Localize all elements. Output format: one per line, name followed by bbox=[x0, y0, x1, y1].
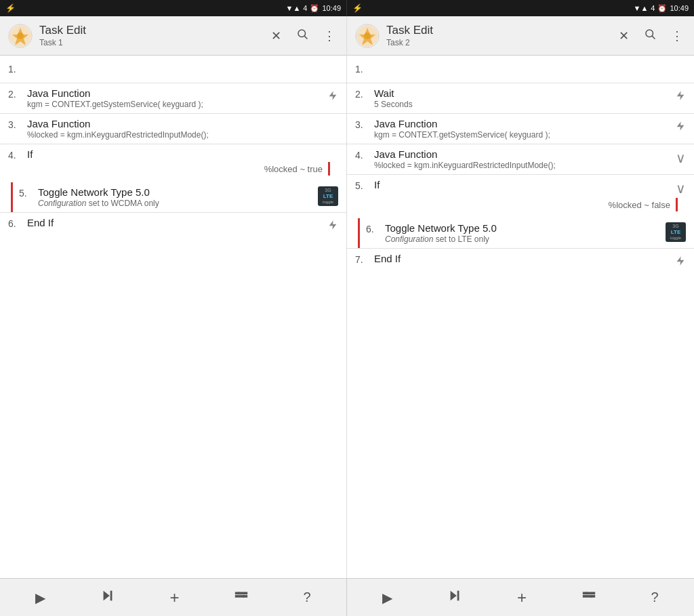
left-item-4-condition: %locked ~ true bbox=[8, 161, 338, 178]
right-indent-border bbox=[358, 218, 360, 248]
left-add-button[interactable]: + bbox=[164, 583, 184, 613]
left-task-list: 1. 2. Java Function kgm = CONTEXT.getSys… bbox=[0, 56, 346, 578]
left-item-4-num: 4. bbox=[8, 148, 27, 161]
svg-marker-17 bbox=[103, 591, 109, 601]
left-task-item-2[interactable]: 2. Java Function kgm = CONTEXT.getSystem… bbox=[0, 83, 346, 113]
right-item-4-content: Java Function %locked = kgm.inKeyguardRe… bbox=[374, 148, 670, 170]
left-settings-button[interactable] bbox=[228, 583, 254, 612]
status-bar: ⚡ ▼▲ 4 ⏰ 10:49 ⚡ ▼▲ 4 ⏰ 10:49 bbox=[0, 0, 694, 16]
bottom-left: ▶ + ? bbox=[0, 579, 347, 616]
left-item-1-num: 1. bbox=[8, 62, 27, 75]
left-item-2-bolt-icon bbox=[327, 87, 338, 101]
right-search-button[interactable] bbox=[641, 25, 659, 46]
right-item-6-name: Toggle Network Type 5.0 bbox=[385, 222, 666, 234]
right-item-5-name: If bbox=[374, 179, 670, 190]
left-condition-indicator bbox=[328, 162, 330, 176]
left-item-6-bolt-icon bbox=[327, 217, 338, 230]
status-network-right: 4 bbox=[651, 4, 655, 12]
svg-line-13 bbox=[652, 36, 655, 39]
svg-point-21 bbox=[237, 592, 240, 595]
left-item-5-num: 5. bbox=[19, 186, 38, 199]
right-play-button[interactable]: ▶ bbox=[377, 584, 398, 611]
right-item-5-content: If bbox=[374, 179, 670, 190]
left-skip-button[interactable] bbox=[95, 583, 121, 612]
left-item-3-content: Java Function %locked = kgm.inKeyguardRe… bbox=[27, 118, 338, 140]
left-app-icon bbox=[8, 24, 33, 48]
right-item-2-bolt-icon bbox=[675, 87, 686, 101]
svg-rect-18 bbox=[110, 591, 113, 601]
svg-point-27 bbox=[585, 592, 588, 595]
right-item-4-name: Java Function bbox=[374, 148, 670, 160]
left-task-item-5[interactable]: 5. Toggle Network Type 5.0 Configuration… bbox=[0, 182, 346, 212]
left-task-item-3[interactable]: 3. Java Function %locked = kgm.inKeyguar… bbox=[0, 114, 346, 144]
status-bar-right: ⚡ ▼▲ 4 ⏰ 10:49 bbox=[347, 0, 694, 16]
svg-point-28 bbox=[590, 595, 593, 598]
left-panel: Task Edit Task 1 ✕ ⋮ 1. bbox=[0, 16, 347, 578]
status-time-left: 10:49 bbox=[322, 4, 341, 12]
bottom-right: ▶ + ? bbox=[347, 579, 694, 616]
left-search-button[interactable] bbox=[293, 25, 311, 46]
right-item-4-chevron-icon: ∨ bbox=[676, 148, 686, 166]
right-add-button[interactable]: + bbox=[512, 583, 532, 613]
main-area: Task Edit Task 1 ✕ ⋮ 1. bbox=[0, 16, 694, 578]
bottom-bar: ▶ + ? ▶ + bbox=[0, 578, 694, 616]
left-indent-border bbox=[11, 182, 13, 212]
right-item-7-content: End If bbox=[374, 253, 670, 264]
svg-point-12 bbox=[646, 30, 653, 37]
right-item-4-num: 4. bbox=[355, 148, 374, 161]
left-task-item-4[interactable]: 4. If %locked ~ true bbox=[0, 144, 346, 182]
right-task-item-4[interactable]: 4. Java Function %locked = kgm.inKeyguar… bbox=[347, 144, 694, 174]
left-play-button[interactable]: ▶ bbox=[30, 584, 51, 611]
right-skip-button[interactable] bbox=[442, 583, 468, 612]
left-close-button[interactable]: ✕ bbox=[268, 26, 284, 46]
svg-line-5 bbox=[304, 36, 307, 39]
left-item-4-name: If bbox=[27, 148, 338, 160]
right-task-item-2[interactable]: 2. Wait 5 Seconds bbox=[347, 83, 694, 113]
right-badge-toggle: toggle bbox=[668, 236, 684, 241]
right-item-6-detail: Configuration set to LTE only bbox=[385, 234, 666, 244]
right-task-item-3[interactable]: 3. Java Function kgm = CONTEXT.getSystem… bbox=[347, 114, 694, 144]
svg-marker-6 bbox=[329, 91, 337, 100]
right-title-group: Task Edit Task 2 bbox=[386, 24, 616, 47]
left-title-group: Task Edit Task 1 bbox=[39, 24, 268, 47]
status-signal-right: ▼▲ bbox=[634, 4, 649, 12]
right-item-6-content: Toggle Network Type 5.0 Configuration se… bbox=[385, 222, 666, 244]
left-item-2-detail: kgm = CONTEXT.getSystemService( keyguard… bbox=[27, 100, 322, 109]
right-settings-button[interactable] bbox=[576, 583, 602, 612]
status-alarm: ⏰ bbox=[310, 4, 319, 13]
right-item-4-detail: %locked = kgm.inKeyguardRestrictedInputM… bbox=[374, 161, 670, 170]
svg-point-3 bbox=[17, 33, 24, 39]
right-task-item-5[interactable]: 5. If ∨ %locked ~ false bbox=[347, 175, 694, 218]
left-help-button[interactable]: ? bbox=[298, 584, 317, 611]
right-item-1-num: 1. bbox=[355, 62, 374, 75]
right-task-item-1[interactable]: 1. bbox=[347, 58, 694, 83]
status-alarm-right: ⏰ bbox=[657, 4, 667, 13]
left-badge-lte: LTE bbox=[320, 193, 336, 200]
right-item-7-num: 7. bbox=[355, 253, 374, 265]
left-toolbar: Task Edit Task 1 ✕ ⋮ bbox=[0, 16, 346, 56]
right-item-5-condition: %locked ~ false bbox=[355, 197, 686, 214]
right-item-7-name: End If bbox=[374, 253, 670, 264]
svg-rect-26 bbox=[583, 596, 594, 597]
left-task-item-6[interactable]: 6. End If bbox=[0, 213, 346, 237]
left-item-4-content: If bbox=[27, 148, 338, 160]
right-task-item-6[interactable]: 6. Toggle Network Type 5.0 Configuration… bbox=[347, 218, 694, 248]
right-menu-button[interactable]: ⋮ bbox=[668, 26, 686, 46]
right-app-icon bbox=[355, 24, 380, 48]
right-item-7-bolt-icon bbox=[675, 253, 686, 266]
left-item-5-detail: Configuration set to WCDMA only bbox=[38, 199, 318, 208]
svg-rect-19 bbox=[236, 592, 247, 594]
right-task-item-7[interactable]: 7. End If bbox=[347, 249, 694, 273]
right-item-5-chevron-icon: ∨ bbox=[676, 179, 686, 197]
svg-rect-20 bbox=[236, 596, 247, 597]
left-item-6-content: End If bbox=[27, 217, 322, 228]
right-help-button[interactable]: ? bbox=[645, 584, 664, 611]
right-panel-subtitle: Task 2 bbox=[386, 38, 616, 47]
left-task-item-1[interactable]: 1. bbox=[0, 58, 346, 83]
left-menu-button[interactable]: ⋮ bbox=[321, 26, 338, 46]
status-signal: ▼▲ bbox=[286, 4, 301, 12]
right-close-button[interactable]: ✕ bbox=[616, 26, 632, 46]
left-item-5-name: Toggle Network Type 5.0 bbox=[38, 186, 318, 198]
left-item-3-num: 3. bbox=[8, 118, 27, 130]
left-item-2-num: 2. bbox=[8, 87, 27, 100]
